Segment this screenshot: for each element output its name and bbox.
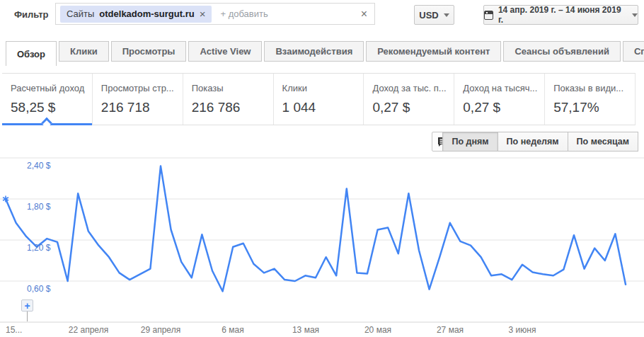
metric-value: 58,25 $ <box>11 100 92 115</box>
adsense-report-page: Фильтр Сайты otdelkadom-surgut.ru × + до… <box>0 0 644 337</box>
metric-label: Показы в види... <box>553 83 635 93</box>
metric-label: Просмотры стр... <box>101 83 183 93</box>
tab-label: Active View <box>200 46 251 57</box>
granularity-toggle: По дням По неделям По месяцам <box>443 132 638 152</box>
add-note-pin[interactable]: + <box>21 299 33 312</box>
metric-label: Расчетный доход <box>11 83 92 93</box>
metric-value: 0,27 $ <box>372 100 454 115</box>
tab-label: Рекомендуемый контент <box>377 46 490 57</box>
x-axis-tick: 13 мая <box>292 325 319 335</box>
metric-clicks[interactable]: Клики 1 044 <box>274 74 364 125</box>
metric-value: 0,27 $ <box>463 100 544 115</box>
x-axis-tick: 29 апреля <box>141 325 180 335</box>
x-axis-tick: 3 июня <box>509 325 536 335</box>
chevron-down-icon <box>444 13 449 17</box>
metric-viewability[interactable]: Показы в види... 57,17% <box>545 74 636 125</box>
tab-interactions[interactable]: Взаимодействия <box>264 41 364 62</box>
metric-label: Клики <box>282 83 364 93</box>
date-range-value: 14 апр. 2019 г. – 14 июня 2019 г. <box>498 5 627 25</box>
metric-page-views[interactable]: Просмотры стр... 216 718 <box>93 74 183 125</box>
tab-ad-sessions[interactable]: Сеансы объявлений <box>503 41 620 62</box>
currency-select[interactable]: USD <box>414 5 454 25</box>
metric-impressions[interactable]: Показы 216 786 <box>183 74 274 125</box>
tab-recommended-content[interactable]: Рекомендуемый контент <box>366 41 501 62</box>
metric-value: 1 044 <box>282 100 364 115</box>
x-axis-tick: 20 мая <box>364 325 391 335</box>
chip-value: otdelkadom-surgut.ru <box>99 8 194 19</box>
granularity-label: По месяцам <box>577 137 629 147</box>
tab-clicks[interactable]: Клики <box>59 41 109 62</box>
x-axis-tick: 27 мая <box>437 325 464 335</box>
tab-label: Обзор <box>17 49 45 59</box>
granularity-label: По дням <box>452 137 488 147</box>
tab-label: Клики <box>70 46 98 57</box>
y-axis-tick: 2,40 $ <box>27 161 50 171</box>
tab-active-view[interactable]: Active View <box>188 41 262 62</box>
tab-custom[interactable]: Специальные × <box>623 41 644 62</box>
chip-remove-icon[interactable]: × <box>200 8 206 19</box>
metric-label: Показы <box>192 83 273 93</box>
report-tabs: Обзор Клики Просмотры Active View Взаимо… <box>6 41 644 67</box>
chevron-down-icon <box>632 13 638 17</box>
x-axis-tick: 22 апреля <box>69 325 108 335</box>
granularity-label: По неделям <box>507 137 559 147</box>
tab-label: Сеансы объявлений <box>514 46 609 57</box>
y-axis-tick: 1,80 $ <box>27 202 50 212</box>
y-axis-tick: 0,60 $ <box>27 284 50 294</box>
revenue-line-chart[interactable] <box>0 154 644 324</box>
x-axis-tick: 6 мая <box>222 325 243 335</box>
tab-views[interactable]: Просмотры <box>111 41 187 62</box>
granularity-by-week[interactable]: По неделям <box>498 132 568 152</box>
tab-overview[interactable]: Обзор <box>6 41 57 66</box>
metric-value: 216 786 <box>192 100 273 115</box>
filter-label: Фильтр <box>14 9 49 20</box>
calendar-icon <box>484 11 493 20</box>
metric-rpm-pages[interactable]: Доход за тыс. п... 0,27 $ <box>364 74 454 125</box>
filter-input[interactable]: Сайты otdelkadom-surgut.ru × + добавить … <box>55 3 375 25</box>
currency-value: USD <box>419 10 438 21</box>
metric-value: 216 718 <box>101 100 183 115</box>
metric-rpm-impressions[interactable]: Доход на тысяч... 0,27 $ <box>454 74 545 125</box>
chip-prefix: Сайты <box>67 8 94 19</box>
date-range-picker[interactable]: 14 апр. 2019 г. – 14 июня 2019 г. <box>483 5 638 25</box>
filter-clear-icon[interactable]: × <box>361 8 367 20</box>
granularity-by-month[interactable]: По месяцам <box>568 132 638 152</box>
tab-label: Взаимодействия <box>275 46 352 57</box>
filter-chip-sites[interactable]: Сайты otdelkadom-surgut.ru × <box>60 6 212 23</box>
metric-label: Доход за тыс. п... <box>372 83 454 93</box>
y-axis-tick: 1,20 $ <box>27 243 50 253</box>
metric-estimated-revenue[interactable]: Расчетный доход 58,25 $ <box>2 74 93 125</box>
tab-label: Просмотры <box>122 46 176 57</box>
tab-label: Специальные <box>634 46 644 57</box>
note-pin-stem <box>27 312 28 321</box>
filter-add-placeholder[interactable]: + добавить <box>220 8 268 19</box>
metric-cards: Расчетный доход 58,25 $ Просмотры стр...… <box>2 73 636 125</box>
granularity-by-day[interactable]: По дням <box>442 132 498 152</box>
x-axis-tick: 15... <box>6 325 22 335</box>
metric-value: 57,17% <box>553 100 635 115</box>
metric-label: Доход на тысяч... <box>463 83 544 93</box>
